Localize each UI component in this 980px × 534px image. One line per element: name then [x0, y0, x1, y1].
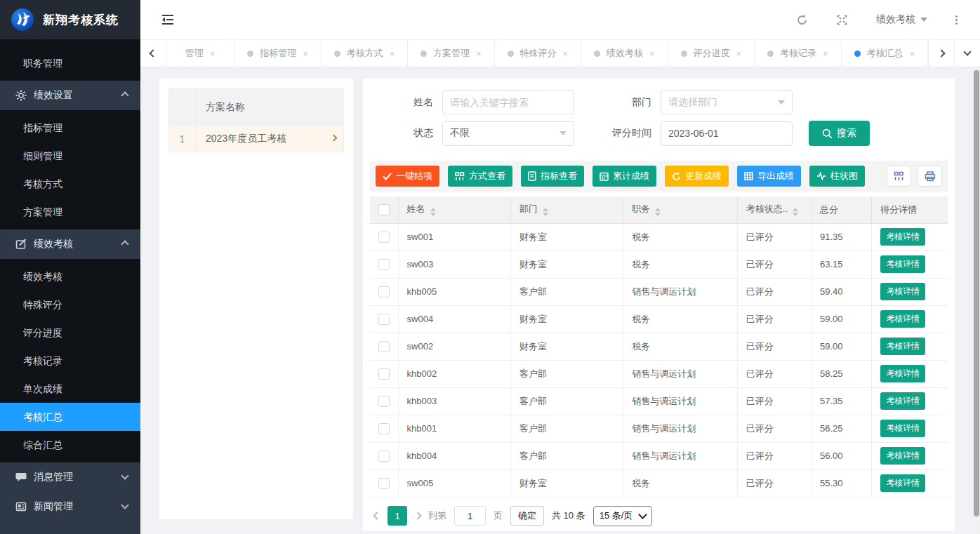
assess-detail-button[interactable]: 考核详情 — [880, 338, 925, 355]
bar-chart-button[interactable]: 柱状图 — [809, 166, 865, 187]
sidebar-item-score-progress[interactable]: 评分进度 — [0, 319, 140, 347]
printer-icon — [925, 171, 936, 182]
tab-assess-records[interactable]: 考核记录× — [755, 40, 841, 67]
sidebar-item-perf-assess[interactable]: 绩效考核 — [0, 262, 140, 291]
column-header-status[interactable]: 考核状态.. — [737, 196, 811, 223]
goto-confirm-button[interactable]: 确定 — [510, 506, 544, 526]
prev-page-icon[interactable] — [373, 512, 380, 519]
goto-page-input[interactable] — [454, 506, 486, 526]
scrollbar-thumb[interactable] — [974, 70, 979, 516]
sort-icon[interactable] — [793, 208, 798, 216]
search-button[interactable]: 搜索 — [809, 121, 870, 146]
row-checkbox[interactable] — [378, 368, 390, 380]
row-checkbox[interactable] — [378, 396, 390, 407]
column-header-dept[interactable]: 部门 — [510, 196, 623, 223]
plan-row-name[interactable]: 2023年度员工考核 — [196, 126, 344, 152]
tabs-collapse[interactable] — [954, 40, 980, 67]
status-select[interactable]: 不限 — [442, 121, 574, 146]
close-icon[interactable]: × — [910, 48, 915, 59]
tabs-scroll-left[interactable] — [140, 40, 166, 67]
score-time-input[interactable] — [661, 121, 793, 146]
sidebar-item-indicators[interactable]: 指标管理 — [0, 114, 140, 142]
assess-detail-button[interactable]: 考核详情 — [880, 283, 925, 300]
row-checkbox[interactable] — [378, 286, 390, 298]
dept-select[interactable]: 请选择部门 — [661, 90, 793, 114]
close-icon[interactable]: × — [649, 48, 655, 59]
column-settings-button[interactable] — [887, 166, 911, 187]
tab-assess-summary[interactable]: 考核汇总× — [842, 40, 928, 67]
sidebar-item-overall-summary[interactable]: 综合汇总 — [0, 431, 140, 459]
close-icon[interactable]: × — [476, 48, 482, 59]
tabs-scroll-right[interactable] — [928, 40, 954, 67]
row-checkbox[interactable] — [378, 314, 390, 325]
finish-all-button[interactable]: 一键结项 — [376, 166, 439, 187]
page-scrollbar[interactable] — [973, 67, 980, 534]
tab-indicators[interactable]: 指标管理× — [234, 40, 321, 67]
assess-detail-button[interactable]: 考核详情 — [880, 228, 925, 246]
print-button[interactable] — [918, 166, 942, 187]
tab-cut[interactable]: 管理× — [166, 40, 234, 67]
tab-plans[interactable]: 方案管理× — [408, 40, 494, 67]
name-search-input[interactable] — [442, 90, 574, 114]
fullscreen-icon[interactable] — [836, 14, 848, 26]
row-checkbox[interactable] — [378, 423, 390, 434]
assess-detail-button[interactable]: 考核详情 — [880, 392, 925, 410]
sidebar-group-performance-assess[interactable]: 绩效考核 — [0, 229, 140, 259]
close-icon[interactable]: × — [210, 48, 216, 59]
plan-row[interactable]: 1 2023年度员工考核 — [169, 126, 344, 152]
assess-detail-button[interactable]: 考核详情 — [880, 474, 925, 492]
row-checkbox[interactable] — [378, 259, 390, 270]
sidebar-item-assess-summary[interactable]: 考核汇总 — [0, 403, 140, 431]
sort-icon[interactable] — [655, 208, 661, 216]
assess-detail-button[interactable]: 考核详情 — [880, 310, 925, 328]
next-page-icon[interactable] — [413, 512, 421, 519]
tab-assess-method[interactable]: 考核方式× — [322, 40, 408, 67]
page-number-active[interactable]: 1 — [388, 506, 407, 526]
cumulative-score-button[interactable]: 累计成绩 — [592, 166, 656, 187]
close-icon[interactable]: × — [736, 48, 742, 59]
cell-status: 已评分 — [737, 442, 811, 469]
workspace-dropdown[interactable]: 绩效考核 — [876, 13, 927, 26]
update-score-button[interactable]: 更新成绩 — [665, 166, 729, 187]
sidebar-item-clipped[interactable]: 部门管理 — [0, 39, 140, 49]
sort-icon[interactable] — [543, 208, 548, 216]
row-checkbox[interactable] — [378, 341, 390, 352]
assess-detail-button[interactable]: 考核详情 — [880, 420, 925, 437]
sort-icon[interactable] — [430, 208, 436, 216]
more-menu-icon[interactable] — [955, 15, 958, 25]
sidebar-group-messages[interactable]: 消息管理 — [0, 462, 140, 492]
close-icon[interactable]: × — [390, 48, 395, 59]
refresh-icon[interactable] — [796, 14, 808, 26]
row-checkbox[interactable] — [378, 478, 390, 489]
sidebar-item-assess-records[interactable]: 考核记录 — [0, 347, 140, 375]
page-size-select[interactable]: 15 条/页 — [593, 506, 653, 526]
sidebar-item-assess-method[interactable]: 考核方式 — [0, 170, 140, 198]
cell-score: 58.25 — [811, 360, 871, 387]
select-all-checkbox[interactable] — [378, 204, 390, 215]
row-checkbox[interactable] — [378, 450, 390, 462]
sidebar-item-positions[interactable]: 职务管理 — [0, 49, 140, 77]
sidebar-group-news[interactable]: 新闻管理 — [0, 492, 140, 521]
assess-detail-button[interactable]: 考核详情 — [880, 255, 925, 273]
row-checkbox[interactable] — [378, 232, 390, 243]
column-header-name[interactable]: 姓名 — [398, 196, 510, 223]
sidebar-item-special-score[interactable]: 特殊评分 — [0, 291, 140, 319]
tab-special-score[interactable]: 特殊评分× — [495, 40, 581, 67]
sidebar-item-single-score[interactable]: 单次成绩 — [0, 375, 140, 403]
sidebar-item-plans[interactable]: 方案管理 — [0, 198, 140, 226]
export-score-button[interactable]: 导出成绩 — [737, 166, 801, 187]
close-icon[interactable]: × — [303, 48, 308, 59]
view-by-method-button[interactable]: 方式查看 — [448, 166, 512, 187]
assess-detail-button[interactable]: 考核详情 — [880, 365, 925, 382]
view-indicators-button[interactable]: 指标查看 — [521, 166, 584, 187]
sidebar-group-performance-settings[interactable]: 绩效设置 — [0, 81, 140, 110]
close-icon[interactable]: × — [823, 48, 828, 59]
tab-score-progress[interactable]: 评分进度× — [668, 40, 755, 67]
column-header-position[interactable]: 职务 — [623, 196, 737, 223]
assess-detail-button[interactable]: 考核详情 — [880, 447, 925, 465]
tab-perf-assess[interactable]: 绩效考核× — [581, 40, 668, 67]
close-icon[interactable]: × — [563, 48, 569, 59]
collapse-sidebar-icon[interactable] — [161, 14, 174, 25]
chevron-right-icon — [331, 135, 338, 142]
sidebar-item-rules[interactable]: 细则管理 — [0, 142, 140, 170]
